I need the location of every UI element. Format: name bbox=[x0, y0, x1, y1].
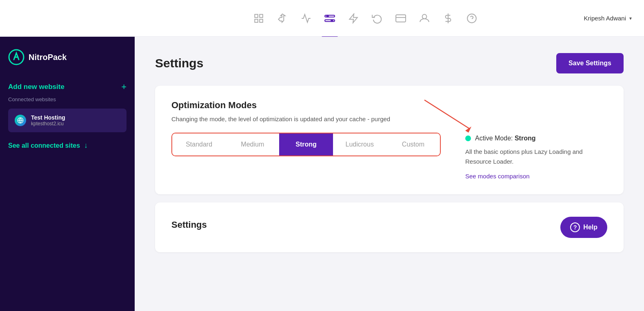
svg-rect-0 bbox=[255, 14, 258, 18]
profile-icon[interactable] bbox=[419, 13, 430, 24]
speed-icon[interactable] bbox=[348, 13, 359, 24]
svg-point-12 bbox=[467, 14, 476, 23]
page-header: Settings Save Settings bbox=[155, 53, 624, 73]
help-icon: ? bbox=[570, 222, 580, 232]
add-new-label: Add new website bbox=[8, 83, 64, 91]
active-mode-text: Active Mode: Strong bbox=[475, 135, 535, 142]
bottom-settings-title: Settings bbox=[171, 220, 207, 230]
top-navigation: Kripesh Adwani ▾ bbox=[0, 0, 644, 37]
svg-rect-2 bbox=[260, 19, 263, 22]
logo-text: NitroPack bbox=[29, 53, 67, 62]
see-all-sites-button[interactable]: See all connected sites ↓ bbox=[8, 141, 127, 150]
modes-left: Standard Medium Strong Ludicrous Custom bbox=[171, 133, 441, 156]
site-name: Test Hosting bbox=[31, 114, 65, 121]
active-mode-prefix: Active Mode: bbox=[475, 135, 515, 142]
svg-point-5 bbox=[327, 15, 329, 17]
user-name: Kripesh Adwani bbox=[584, 15, 626, 22]
optimization-modes-card: Optimization Modes Changing the mode, th… bbox=[155, 86, 624, 194]
active-mode-name: Strong bbox=[515, 135, 536, 142]
site-item[interactable]: Test Hosting kptesthost2.icu bbox=[8, 109, 127, 132]
logo-area: NitroPack bbox=[8, 49, 127, 65]
svg-rect-8 bbox=[396, 15, 406, 22]
analytics-icon[interactable] bbox=[301, 13, 311, 24]
svg-rect-3 bbox=[255, 19, 258, 22]
main-layout: NitroPack Add new website + Connected we… bbox=[0, 37, 644, 311]
chevron-down-icon: ▾ bbox=[629, 16, 632, 21]
site-favicon bbox=[15, 115, 26, 126]
mode-medium-button[interactable]: Medium bbox=[226, 133, 279, 156]
help-label: Help bbox=[583, 224, 597, 231]
mode-custom-button[interactable]: Custom bbox=[386, 133, 440, 156]
svg-point-10 bbox=[422, 14, 427, 19]
see-all-label: See all connected sites bbox=[8, 142, 80, 149]
page-title: Settings bbox=[155, 56, 203, 70]
nav-icons-container bbox=[147, 13, 584, 24]
grid-icon[interactable] bbox=[253, 13, 264, 24]
plugin-icon[interactable] bbox=[277, 13, 288, 24]
active-mode-indicator bbox=[465, 136, 471, 141]
sidebar: NitroPack Add new website + Connected we… bbox=[0, 37, 135, 311]
optimization-modes-selector: Standard Medium Strong Ludicrous Custom bbox=[171, 133, 441, 156]
mode-ludicrous-button[interactable]: Ludicrous bbox=[333, 133, 386, 156]
add-new-website-button[interactable]: Add new website + bbox=[8, 82, 127, 92]
svg-rect-1 bbox=[260, 14, 263, 18]
optimization-description: Changing the mode, the level of optimiza… bbox=[171, 116, 607, 122]
billing-icon[interactable] bbox=[395, 13, 406, 24]
svg-marker-18 bbox=[465, 127, 471, 133]
help-button[interactable]: ? Help bbox=[560, 217, 607, 238]
history-icon[interactable] bbox=[372, 13, 382, 24]
save-settings-button[interactable]: Save Settings bbox=[556, 53, 624, 73]
content-area: Settings Save Settings Optimization Mode… bbox=[135, 37, 644, 311]
site-url: kptesthost2.icu bbox=[31, 121, 65, 127]
svg-point-7 bbox=[331, 20, 333, 21]
site-info: Test Hosting kptesthost2.icu bbox=[31, 114, 65, 127]
plus-icon: + bbox=[121, 82, 127, 92]
mode-description: All the basic options plus Lazy Loading … bbox=[465, 147, 607, 167]
nitropack-logo-icon bbox=[8, 49, 24, 65]
optimization-layout: Standard Medium Strong Ludicrous Custom bbox=[171, 133, 607, 180]
help-circle-icon[interactable] bbox=[466, 13, 477, 24]
dollar-icon[interactable] bbox=[443, 13, 453, 24]
settings-toggle-icon[interactable] bbox=[324, 13, 335, 24]
arrow-down-icon: ↓ bbox=[84, 141, 88, 150]
active-mode-row: Active Mode: Strong bbox=[465, 135, 607, 142]
mode-standard-button[interactable]: Standard bbox=[172, 133, 226, 156]
optimization-card-title: Optimization Modes bbox=[171, 100, 607, 111]
connected-websites-label: Connected websites bbox=[8, 96, 127, 102]
mode-strong-button[interactable]: Strong bbox=[279, 133, 333, 156]
see-comparison-link[interactable]: See modes comparison bbox=[465, 173, 530, 180]
settings-bottom-card: Settings ? Help bbox=[155, 202, 624, 252]
modes-right: Active Mode: Strong All the basic option… bbox=[465, 133, 607, 180]
user-menu[interactable]: Kripesh Adwani ▾ bbox=[584, 15, 632, 22]
